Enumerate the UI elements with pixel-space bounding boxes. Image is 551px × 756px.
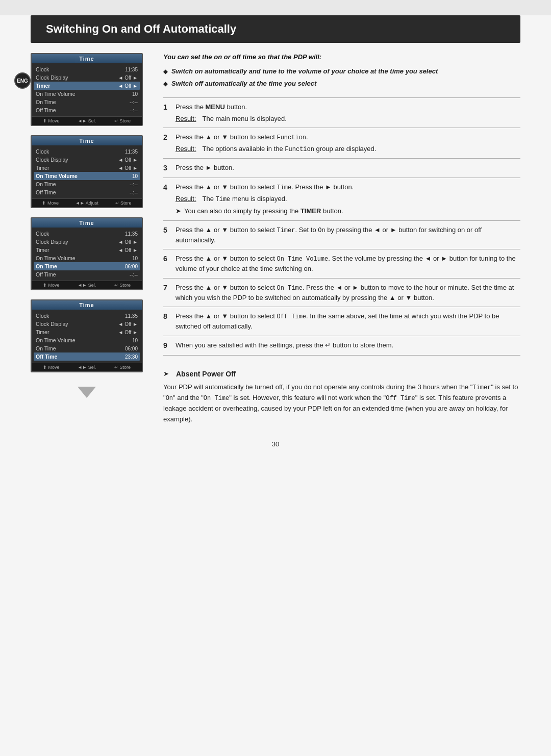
title-bar: Switching On and Off Automatically [31,15,520,43]
menu-row: On Time --:-- [36,180,138,188]
menu-row-selected: Off Time 23:30 [34,352,140,361]
menu-row: Clock Display ◄ Off ► [36,320,138,328]
page: Switching On and Off Automatically ENG T… [0,15,551,756]
menu-footer-3: ⬆ Move ◄► Sel. ↵ Store [32,281,142,289]
menu-title-3: Time [32,218,142,228]
steps-list: 1 Press the MENU button. Result: The mai… [163,97,520,356]
menu-screenshot-2: Time Clock 11:35 Clock Display ◄ Off ► T… [31,135,143,208]
menu-screenshot-3: Time Clock 11:35 Clock Display ◄ Off ► T… [31,217,143,290]
bottom-triangle-icon [31,387,143,398]
step-2: 2 Press the ▲ or ▼ button to select Func… [163,128,520,159]
step-8: 8 Press the ▲ or ▼ button to select Off … [163,307,520,336]
step-number-3: 3 [163,163,176,173]
step-4-note: ➤ You can also do simply by pressing the… [176,206,520,216]
menu-row: On Time Volume 10 [36,90,138,98]
step-number-1: 1 [163,102,176,113]
step-number-6: 6 [163,254,176,264]
menu-footer-1: ⬆ Move ◄► Sel. ↵ Store [32,116,142,125]
step-2-content: Press the ▲ or ▼ button to select Functi… [176,132,520,154]
menu-row: Off Time --:-- [36,106,138,114]
step-8-content: Press the ▲ or ▼ button to select Off Ti… [176,311,520,332]
step-7: 7 Press the ▲ or ▼ button to select On T… [163,279,520,308]
step-9: 9 When you are satisfied with the settin… [163,336,520,356]
step-1: 1 Press the MENU button. Result: The mai… [163,98,520,128]
menu-row: Timer ◄ Off ► [36,164,138,172]
page-number: 30 [0,440,551,463]
step-number-9: 9 [163,340,176,351]
menu-row-selected: Timer ◄ Off ► [34,82,140,90]
menu-rows-2: Clock 11:35 Clock Display ◄ Off ► Timer … [32,145,142,198]
step-4: 4 Press the ▲ or ▼ button to select Time… [163,178,520,221]
bullet-item-1: Switch on automatically and tune to the … [163,67,520,76]
menu-footer-4: ⬆ Move ◄► Sel. ↵ Store [32,363,142,371]
main-content: Time Clock 11:35 Clock Display ◄ Off ► T… [0,53,551,425]
step-5-content: Press the ▲ or ▼ button to select Timer.… [176,225,520,245]
menu-row: Off Time --:-- [36,188,138,196]
absent-arrow-icon: ➤ [163,370,169,377]
absent-power-off-section: ➤ Absent Power Off Your PDP will automat… [163,366,520,425]
menu-row: Clock Display ◄ Off ► [36,238,138,246]
menu-row: Timer ◄ Off ► [36,328,138,336]
step-9-content: When you are satisfied with the settings… [176,340,520,350]
step-4-result: Result: The Time menu is displayed. [176,194,520,204]
menu-rows-4: Clock 11:35 Clock Display ◄ Off ► Timer … [32,310,142,363]
menu-screenshot-1: Time Clock 11:35 Clock Display ◄ Off ► T… [31,53,143,126]
step-number-8: 8 [163,311,176,322]
menu-screenshot-4: Time Clock 11:35 Clock Display ◄ Off ► T… [31,299,143,372]
step-3: 3 Press the ► button. [163,159,520,178]
step-number-7: 7 [163,283,176,293]
menu-row: On Time Volume 10 [36,254,138,262]
absent-title: Absent Power Off [176,370,236,378]
menu-row-selected: On Time Volume 10 [34,172,140,180]
step-4-content: Press the ▲ or ▼ button to select Time. … [176,182,520,216]
menu-row: On Time --:-- [36,98,138,106]
intro-text: You can set the on or off time so that t… [163,53,520,61]
menu-row: On Time Volume 10 [36,336,138,344]
menu-row: Off Time --:-- [36,270,138,279]
absent-title-line: ➤ Absent Power Off [163,370,520,378]
menu-title-4: Time [32,300,142,310]
menu-row-selected: On Time 06:00 [34,262,140,270]
menu-title-1: Time [32,54,142,63]
menu-rows-3: Clock 11:35 Clock Display ◄ Off ► Timer … [32,228,142,281]
menu-footer-2: ⬆ Move ◄► Adjust ↵ Store [32,198,142,207]
step-5: 5 Press the ▲ or ▼ button to select Time… [163,221,520,250]
menu-title-2: Time [32,136,142,145]
eng-badge: ENG [14,72,31,89]
step-number-5: 5 [163,225,176,236]
absent-body-text: Your PDP will automatically be turned of… [163,382,520,425]
menu-row: Clock 11:35 [36,147,138,156]
page-title: Switching On and Off Automatically [46,22,505,36]
menu-row: Clock Display ◄ Off ► [36,156,138,164]
step-number-4: 4 [163,182,176,193]
step-6-content: Press the ▲ or ▼ button to select On Tim… [176,254,520,274]
menu-row: Clock 11:35 [36,230,138,238]
menu-row: On Time 06:00 [36,344,138,352]
step-1-content: Press the MENU button. Result: The main … [176,102,520,123]
right-column: You can set the on or off time so that t… [158,53,520,425]
menu-row: Clock 11:35 [36,65,138,73]
step-1-result: Result: The main menu is displayed. [176,114,520,124]
step-number-2: 2 [163,132,176,143]
step-2-result: Result: The options available in the Fun… [176,144,520,154]
menu-row: Timer ◄ Off ► [36,246,138,254]
bullet-list: Switch on automatically and tune to the … [163,67,520,88]
step-6: 6 Press the ▲ or ▼ button to select On T… [163,249,520,279]
bullet-item-2: Switch off automatically at the time you… [163,79,520,88]
menu-rows-1: Clock 11:35 Clock Display ◄ Off ► Timer … [32,63,142,116]
menu-row: Clock 11:35 [36,312,138,320]
menu-row: Clock Display ◄ Off ► [36,73,138,82]
step-7-content: Press the ▲ or ▼ button to select On Tim… [176,283,520,303]
left-column: Time Clock 11:35 Clock Display ◄ Off ► T… [31,53,143,425]
step-3-content: Press the ► button. [176,163,520,173]
